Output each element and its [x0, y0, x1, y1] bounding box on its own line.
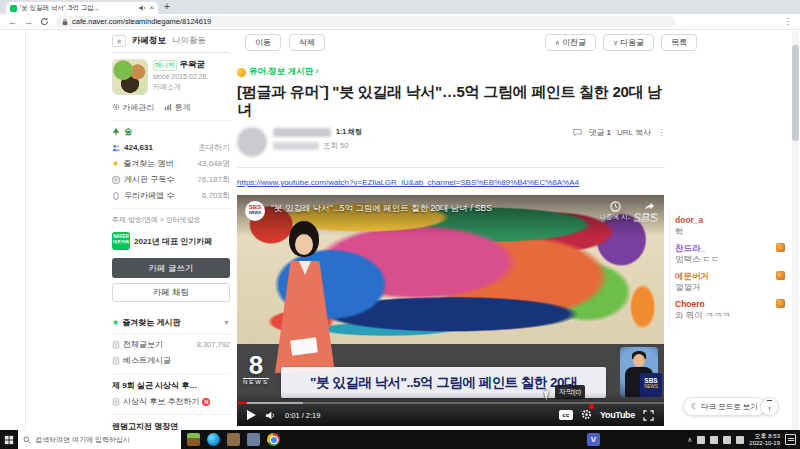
sidebar-section-random-battle[interactable]: 랜덤고지전 명장면 — [112, 414, 230, 430]
news-anchor — [273, 221, 337, 373]
app-taskbar-icon[interactable] — [247, 433, 260, 446]
chat-text: 껄껄거 — [675, 282, 787, 292]
tab-cafe-info[interactable]: 카페정보 — [132, 35, 166, 47]
channel-avatar[interactable]: SBS NEWS — [245, 201, 265, 221]
subtitles-button[interactable]: cc — [559, 410, 573, 420]
author-name-blurred[interactable] — [273, 128, 331, 137]
tray-settings-icon[interactable] — [723, 436, 731, 444]
notification-center-icon[interactable] — [785, 434, 796, 445]
scroll-to-top-button[interactable]: ↑ — [760, 397, 779, 416]
author-avatar[interactable] — [237, 127, 267, 157]
chat-username: 찬드라_ — [675, 243, 787, 253]
taskbar-search-box[interactable]: 검색하려면 여기에 입력하십시 — [18, 430, 181, 449]
new-badge: N — [202, 398, 210, 406]
sidebar-tabs: ★ 카페정보 나의활동 — [112, 31, 230, 53]
cafe-manage-link[interactable]: 카페관리 — [112, 102, 154, 113]
invite-link[interactable]: 초대하기 — [198, 142, 230, 153]
next-post-button[interactable]: ∨다음글 — [603, 34, 654, 51]
clock-icon — [610, 201, 621, 212]
divider — [237, 167, 665, 168]
sidebar-item-award-nominate[interactable]: 시상식 후보 추천하기 N — [112, 396, 230, 407]
cafe-intro-link[interactable]: 카페소개 — [153, 82, 208, 92]
back-icon[interactable]: ← — [8, 17, 17, 27]
youtube-player[interactable]: 8 NEWS "붓 있길래 낙서"..5억 그림에 페인트 칠한 20대 SBS… — [237, 195, 664, 426]
volume-icon[interactable] — [265, 410, 276, 421]
cafe-since: since 2015.02.26. — [153, 73, 208, 80]
cafe-sidebar: ★ 카페정보 나의활동 매니저 우왁굳 since 2015.02.26. 카페… — [112, 31, 230, 430]
chat-emote-icon — [776, 243, 785, 252]
favorite-boards-header[interactable]: ★ 즐겨찾는 게시판 ▼ — [112, 312, 230, 334]
browser-toolbar: ← → cafe.naver.com/steamindiegame/812461… — [0, 14, 800, 30]
gear-icon — [112, 103, 120, 111]
move-button[interactable]: 이동 — [245, 34, 281, 51]
fullscreen-icon[interactable] — [643, 410, 654, 421]
tab-close-icon[interactable]: × — [149, 4, 154, 12]
delete-button[interactable]: 삭제 — [289, 34, 325, 51]
board-link[interactable]: 유머.정보 게시판 › — [237, 66, 665, 78]
minecraft-taskbar-icon[interactable] — [187, 433, 200, 446]
app-count-value: 6,703회 — [202, 190, 230, 201]
tray-app-icon[interactable] — [736, 436, 744, 444]
youtube-link[interactable]: https://www.youtube.com/watch?v=EZliaLGR… — [237, 178, 665, 187]
taskbar-clock[interactable]: 오후 8:53 2022-10-19 — [749, 433, 780, 447]
favorite-cafe-star-icon[interactable]: ★ — [112, 35, 126, 47]
chat-emote-icon — [776, 271, 785, 280]
caret-down-icon[interactable]: ▼ — [223, 319, 230, 326]
cafe-statistics-link[interactable]: 통계 — [164, 102, 190, 113]
scrollbar-thumb[interactable] — [792, 45, 799, 141]
tray-expand-icon[interactable]: ∧ — [687, 436, 692, 444]
app-taskbar-icon[interactable] — [227, 433, 240, 446]
chat-text: 엉텍스 ㄷㄷ — [675, 254, 787, 264]
list-button[interactable]: 목록 — [661, 34, 697, 51]
url-copy-button[interactable]: URL 복사 — [617, 127, 651, 138]
comment-bubble-icon — [573, 128, 582, 137]
fav-member-label: 즐겨찾는 멤버 — [123, 158, 173, 169]
cafe-chat-button[interactable]: 카페 채팅 — [112, 283, 230, 302]
prev-post-button[interactable]: ∧이전글 — [545, 34, 596, 51]
browser-tab-strip: '붓 있길래 낙서'..5억 그림... × + — [0, 0, 800, 14]
refresh-icon[interactable] — [40, 17, 49, 26]
tray-ime-icon[interactable] — [710, 436, 718, 444]
sidebar-item-best-posts[interactable]: 베스트게시글 — [112, 355, 230, 366]
sbs-watermark: SBS — [633, 211, 658, 225]
browser-menu-icon[interactable]: ⋮ — [784, 17, 792, 26]
play-button[interactable] — [247, 410, 256, 420]
cafe-profile-image[interactable] — [112, 59, 148, 95]
settings-button[interactable] — [581, 406, 592, 424]
naver-award-badge-icon: NAVER 대표카페 — [112, 232, 130, 250]
post-actions-bar: 이동 삭제 ∧이전글 ∨다음글 목록 — [245, 34, 697, 51]
video-title[interactable]: "붓 있길래 낙서"...5억 그림에 페인트 칠한 20대 남녀 / SBS — [271, 203, 492, 215]
new-tab-button[interactable]: + — [164, 1, 170, 12]
tab-my-activity[interactable]: 나의활동 — [172, 35, 206, 47]
manager-badge: 매니저 — [153, 60, 177, 71]
chat-message: Choero 와 뭐야 ㅋㅋㅋ — [675, 299, 787, 320]
members-icon — [112, 144, 120, 152]
post-title: [펌글과 유머ˇ] "붓 있길래 낙서"…5억 그림에 페인트 칠한 20대 남… — [237, 83, 665, 119]
address-bar[interactable]: cafe.naver.com/steamindiegame/8124619 — [56, 16, 676, 27]
more-options-icon[interactable]: ⋮ — [657, 128, 665, 137]
view-count: 조회 50 — [323, 141, 348, 151]
chat-text: 와 뭐야 ㅋㅋㅋ — [675, 310, 787, 320]
edge-taskbar-icon[interactable] — [207, 433, 220, 446]
manager-name[interactable]: 우왁굳 — [180, 59, 206, 71]
forward-icon[interactable]: → — [24, 17, 33, 27]
sidebar-section-awards[interactable]: 제 9회 실곤 시상식 후… — [112, 373, 230, 391]
cafe-write-button[interactable]: 카페 글쓰기 — [112, 258, 230, 278]
v-app-taskbar-icon[interactable]: V — [587, 433, 600, 446]
one-to-one-chat-badge[interactable]: 1:1 채팅 — [336, 127, 362, 137]
moon-icon: ☾ — [691, 402, 698, 411]
start-button[interactable] — [0, 431, 18, 449]
browser-tab[interactable]: '붓 있길래 낙서'..5억 그림... × — [6, 2, 158, 14]
video-top-overlay: SBS NEWS "붓 있길래 낙서"...5억 그림에 페인트 칠한 20대 … — [237, 195, 664, 237]
chrome-taskbar-icon[interactable] — [267, 433, 280, 446]
top-arrow-icon: ↑ — [767, 400, 772, 418]
tray-link-icon[interactable] — [697, 436, 705, 444]
dark-mode-button[interactable]: ☾ 다크 모드로 보기 — [683, 397, 766, 416]
watch-later-button[interactable]: 나중에 시.. — [600, 201, 631, 222]
doc-icon — [112, 357, 120, 365]
award-row: NAVER 대표카페 2021년 대표 인기카페 — [112, 232, 230, 250]
post-article: 유머.정보 게시판 › [펌글과 유머ˇ] "붓 있길래 낙서"…5억 그림에 … — [237, 55, 665, 426]
youtube-logo[interactable]: YouTube — [600, 410, 635, 420]
sidebar-item-all-posts[interactable]: 전체글보기 8,307,792 — [112, 339, 230, 350]
comment-count[interactable]: 댓글 1 — [588, 127, 611, 138]
